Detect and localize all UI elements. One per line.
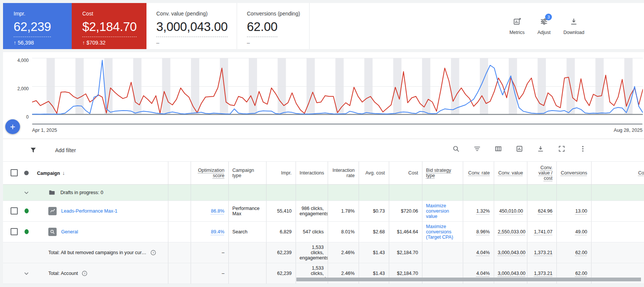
cell-value-conv_rate: 1.32% <box>476 208 490 214</box>
table-toolbar <box>452 145 644 156</box>
status-enabled-dot[interactable] <box>25 208 29 213</box>
column-header-conv_value: Conv. value <box>498 170 523 176</box>
cell-campaign_type <box>228 242 266 263</box>
scorecard-delta: – <box>247 40 309 46</box>
scorecard-conversions[interactable]: Conversions (pending) 62.00 – <box>237 3 310 49</box>
cell-conv_rate: 1.32% <box>463 201 494 221</box>
bid-strategy-link[interactable]: Maximize conversions (Target CPA) <box>426 224 453 240</box>
column-header-cost: Cost <box>408 170 418 176</box>
bid-strategy-link[interactable]: Maximize conversion value <box>426 203 449 219</box>
column-header-cell-conv_value[interactable]: Conv. value <box>494 162 527 184</box>
segment-icon <box>473 145 481 154</box>
cell-conv_value_per_cost: 624.96 <box>527 201 556 221</box>
column-header-cell-optimization_score[interactable]: Optimization score <box>191 162 228 184</box>
select-all-checkbox[interactable] <box>11 169 18 176</box>
column-header-conv_rate: Conv. rate <box>468 170 490 176</box>
column-header-cell-conv_value_per_cost[interactable]: Conv. value / cost <box>527 162 556 184</box>
download-icon <box>537 145 544 154</box>
status-filter-dot[interactable] <box>24 171 29 175</box>
cell-cost_per_conv <box>591 242 644 263</box>
chevron-down-icon[interactable] <box>23 190 29 196</box>
cell-conv_value: 450,010.00 <box>494 201 527 221</box>
cell-cost: $1,464.64 <box>389 221 422 242</box>
table-row-campaign: Leads-Performance Max-186.8%Performance … <box>3 201 644 221</box>
y-axis-tick: 2,000 <box>3 86 29 91</box>
cell-value-conv_rate: 8.96% <box>476 229 490 235</box>
table-toolbar-download-button[interactable] <box>537 145 544 156</box>
main-panel: 4,000 2,000 0 Apr 1, 2025 Aug 28, 2025 A… <box>3 52 644 282</box>
column-header-cell-cost_per_conv[interactable]: Cost / conv. <box>591 162 644 184</box>
scorecard-impressions[interactable]: Impr. 62,239 ↑ 56,398 <box>3 3 72 49</box>
metrics-button[interactable]: Metrics <box>509 17 524 35</box>
scorecard-conv-value[interactable]: Conv. value (pending) 3,000,043.00 – <box>146 3 237 49</box>
add-filter-button[interactable]: Add filter <box>55 147 76 153</box>
help-icon[interactable]: ? <box>150 250 156 256</box>
scorecard-cost[interactable]: Cost $2,184.70 ↑ $709.32 <box>72 3 146 49</box>
adjust-button[interactable]: 3 Adjust <box>538 17 551 35</box>
cell-optimization_score: – <box>191 242 228 263</box>
cell-value-conv_value: 3,000,043.00 <box>498 271 526 276</box>
download-button[interactable]: Download <box>563 17 584 35</box>
column-header-cell-interaction_rate[interactable]: Interaction rate <box>328 162 359 184</box>
chevron-down-icon[interactable] <box>23 270 29 276</box>
table-toolbar-columns-button[interactable] <box>495 145 502 156</box>
table-toolbar-reports-button[interactable] <box>516 145 523 156</box>
x-axis-labels: Apr 1, 2025 Aug 28, 2025 <box>32 127 642 133</box>
cards-spacer <box>310 3 509 49</box>
column-header-cell-avg_cost[interactable]: Avg. cost <box>359 162 389 184</box>
table-header-row: Campaign↓Optimization scoreCampaign type… <box>3 162 644 184</box>
cell-impr <box>266 184 296 201</box>
campaign-name-link[interactable]: Leads-Performance Max-1 <box>61 208 117 214</box>
table-toolbar-expand-button[interactable] <box>558 145 565 156</box>
add-campaign-fab[interactable]: + <box>5 119 20 134</box>
campaign-name-link[interactable]: General <box>61 229 78 235</box>
cell-conversions: 49.00 <box>556 221 591 242</box>
cell-value-avg_cost: $2.68 <box>373 229 385 235</box>
column-header-cell-status[interactable] <box>20 162 33 184</box>
columns-icon <box>495 145 502 154</box>
metrics-icon <box>513 17 521 27</box>
column-header-cell-spacer[interactable] <box>168 162 191 184</box>
cell-optimization_score <box>191 184 228 201</box>
column-header-cell-conversions[interactable]: Conversions <box>556 162 591 184</box>
horizontal-scrollbar-thumb[interactable] <box>296 278 641 281</box>
timeseries-chart: 4,000 2,000 0 Apr 1, 2025 Aug 28, 2025 <box>3 52 644 139</box>
cell-status <box>20 201 33 221</box>
cell-value-conv_rate: 4.04% <box>476 271 490 276</box>
column-header-cell-select[interactable] <box>3 162 20 184</box>
filter-icon[interactable] <box>29 147 37 154</box>
column-header-cell-cost[interactable]: Cost <box>389 162 422 184</box>
y-axis-tick: 4,000 <box>3 58 29 63</box>
column-header-cell-campaign_type[interactable]: Campaign type <box>228 162 266 184</box>
help-icon[interactable]: ? <box>82 270 88 276</box>
chart-range-scrollbar[interactable] <box>32 123 642 125</box>
x-axis-end-date: Aug 28, 2025 <box>614 127 642 133</box>
table-row-group: Drafts in progress: 0 <box>3 184 644 201</box>
cell-conversions <box>556 184 591 201</box>
cell-avg_cost <box>359 184 389 201</box>
column-header-cell-interactions[interactable]: Interactions <box>296 162 328 184</box>
row-checkbox[interactable] <box>11 207 18 214</box>
cell-value-optimization_score: – <box>222 250 224 255</box>
table-toolbar-more-button[interactable] <box>579 145 587 156</box>
status-enabled-dot[interactable] <box>25 229 29 234</box>
cell-value-conv_value_per_cost: 1,741.07 <box>534 229 552 235</box>
column-header-avg_cost: Avg. cost <box>365 170 385 176</box>
table-toolbar-segment-button[interactable] <box>473 145 481 156</box>
optimization-score-link[interactable]: 86.8% <box>211 208 225 214</box>
search-campaign-icon <box>48 228 57 236</box>
column-header-cell-campaign[interactable]: Campaign↓ <box>33 162 168 184</box>
cell-value-campaign_type: Performance Max <box>233 206 260 216</box>
table-toolbar-search-button[interactable] <box>452 145 460 156</box>
chart-plot-area[interactable] <box>32 58 643 115</box>
optimization-score-link[interactable]: 89.4% <box>211 229 225 235</box>
cell-status <box>20 242 33 263</box>
column-header-cell-bid_strategy_type[interactable]: Bid strategy type <box>422 162 463 184</box>
scorecard-delta: ↑ 56,398 <box>14 40 72 46</box>
sort-descending-icon: ↓ <box>62 170 65 176</box>
column-header-cell-conv_rate[interactable]: Conv. rate <box>463 162 494 184</box>
scorecard-label: Conv. value (pending) <box>156 11 237 17</box>
cell-interactions <box>296 184 328 201</box>
row-checkbox[interactable] <box>11 228 18 235</box>
column-header-cell-impr[interactable]: Impr. <box>266 162 296 184</box>
